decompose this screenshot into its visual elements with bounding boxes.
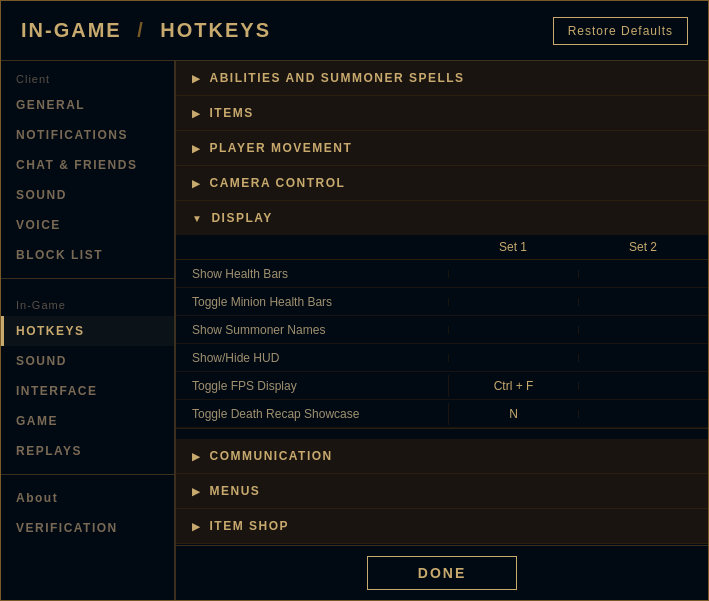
sidebar-item-general[interactable]: GENERAL — [1, 90, 174, 120]
content-area: ▶ ABILITIES AND SUMMONER SPELLS ▶ ITEMS … — [176, 61, 708, 600]
hotkey-cell-set1[interactable]: Ctrl + F — [448, 375, 578, 397]
hotkey-cell-set1[interactable] — [448, 298, 578, 306]
main-layout: Client GENERAL NOTIFICATIONS CHAT & FRIE… — [1, 61, 708, 600]
ingame-section-label: In-Game — [1, 287, 174, 316]
accordion-item-shop-label: ITEM SHOP — [210, 519, 290, 533]
sidebar: Client GENERAL NOTIFICATIONS CHAT & FRIE… — [1, 61, 176, 600]
table-row: Toggle Minion Health Bars — [176, 288, 708, 316]
chevron-right-icon-movement: ▶ — [192, 143, 202, 154]
hotkey-row-name: Toggle FPS Display — [176, 373, 448, 399]
accordion-display-label: DISPLAY — [211, 211, 272, 225]
sidebar-item-verification[interactable]: VERIFICATION — [1, 513, 174, 543]
chevron-right-icon-menus: ▶ — [192, 486, 202, 497]
table-row: Show Summoner Names — [176, 316, 708, 344]
hotkey-table-header: Set 1 Set 2 — [176, 235, 708, 260]
hotkey-cell-set2[interactable] — [578, 410, 708, 418]
accordion-player-movement-header[interactable]: ▶ PLAYER MOVEMENT — [176, 131, 708, 165]
chevron-right-icon-shop: ▶ — [192, 521, 202, 532]
hotkey-set2-header: Set 2 — [578, 240, 708, 254]
accordion-items-header[interactable]: ▶ ITEMS — [176, 96, 708, 130]
table-row: Toggle Death Recap Showcase N — [176, 400, 708, 428]
hotkey-cell-set2[interactable] — [578, 354, 708, 362]
accordion-camera-control[interactable]: ▶ CAMERA CONTROL — [176, 166, 708, 201]
spacer — [176, 429, 708, 439]
table-row: Show/Hide HUD — [176, 344, 708, 372]
sidebar-item-chat-friends[interactable]: CHAT & FRIENDS — [1, 150, 174, 180]
hotkey-set1-header: Set 1 — [448, 240, 578, 254]
chevron-down-icon-display: ▼ — [192, 213, 203, 224]
accordion-abilities-label: ABILITIES AND SUMMONER SPELLS — [210, 71, 465, 85]
hotkey-row-name: Show/Hide HUD — [176, 345, 448, 371]
accordion-camera-control-header[interactable]: ▶ CAMERA CONTROL — [176, 166, 708, 200]
hotkey-cell-set1[interactable] — [448, 354, 578, 362]
hotkey-cell-set2[interactable] — [578, 326, 708, 334]
accordion-menus-label: MENUS — [210, 484, 261, 498]
sidebar-item-replays[interactable]: REPLAYS — [1, 436, 174, 466]
hotkey-row-name: Toggle Death Recap Showcase — [176, 401, 448, 427]
title-highlight: HOTKEYS — [160, 19, 271, 41]
content-scroll[interactable]: ▶ ABILITIES AND SUMMONER SPELLS ▶ ITEMS … — [176, 61, 708, 545]
sidebar-divider-2 — [1, 474, 174, 475]
app-frame: IN-GAME / HOTKEYS Restore Defaults Clien… — [0, 0, 709, 601]
accordion-display[interactable]: ▼ DISPLAY Set 1 Set 2 Show Health Bars — [176, 201, 708, 429]
footer: DONE — [176, 545, 708, 600]
accordion-communication[interactable]: ▶ COMMUNICATION — [176, 439, 708, 474]
hotkey-cell-set1[interactable] — [448, 270, 578, 278]
hotkey-cell-set1[interactable]: N — [448, 403, 578, 425]
header: IN-GAME / HOTKEYS Restore Defaults — [1, 1, 708, 61]
accordion-communication-label: COMMUNICATION — [210, 449, 333, 463]
sidebar-item-interface[interactable]: INTERFACE — [1, 376, 174, 406]
accordion-communication-header[interactable]: ▶ COMMUNICATION — [176, 439, 708, 473]
done-button[interactable]: DONE — [367, 556, 517, 590]
accordion-camera-control-label: CAMERA CONTROL — [210, 176, 346, 190]
accordion-menus[interactable]: ▶ MENUS — [176, 474, 708, 509]
title-prefix: IN-GAME — [21, 19, 122, 41]
accordion-player-movement-label: PLAYER MOVEMENT — [210, 141, 353, 155]
accordion-abilities[interactable]: ▶ ABILITIES AND SUMMONER SPELLS — [176, 61, 708, 96]
accordion-player-movement[interactable]: ▶ PLAYER MOVEMENT — [176, 131, 708, 166]
accordion-item-shop[interactable]: ▶ ITEM SHOP — [176, 509, 708, 544]
hotkey-row-name: Show Health Bars — [176, 261, 448, 287]
accordion-display-header[interactable]: ▼ DISPLAY — [176, 201, 708, 235]
sidebar-item-notifications[interactable]: NOTIFICATIONS — [1, 120, 174, 150]
restore-defaults-button[interactable]: Restore Defaults — [553, 17, 688, 45]
chevron-right-icon-camera: ▶ — [192, 178, 202, 189]
accordion-item-shop-header[interactable]: ▶ ITEM SHOP — [176, 509, 708, 543]
hotkey-col-name-label — [176, 240, 448, 254]
sidebar-item-block-list[interactable]: BLOCK LIST — [1, 240, 174, 270]
accordion-abilities-header[interactable]: ▶ ABILITIES AND SUMMONER SPELLS — [176, 61, 708, 95]
sidebar-item-sound-ingame[interactable]: SOUND — [1, 346, 174, 376]
hotkey-cell-set1[interactable] — [448, 326, 578, 334]
hotkey-row-name: Toggle Minion Health Bars — [176, 289, 448, 315]
accordion-items-label: ITEMS — [210, 106, 254, 120]
sidebar-divider-1 — [1, 278, 174, 279]
sidebar-item-voice[interactable]: VOICE — [1, 210, 174, 240]
sidebar-item-game[interactable]: GAME — [1, 406, 174, 436]
client-section-label: Client — [1, 61, 174, 90]
sidebar-item-sound-client[interactable]: SOUND — [1, 180, 174, 210]
accordion-items[interactable]: ▶ ITEMS — [176, 96, 708, 131]
page-title: IN-GAME / HOTKEYS — [21, 19, 271, 42]
chevron-right-icon-items: ▶ — [192, 108, 202, 119]
sidebar-item-about[interactable]: About — [1, 483, 174, 513]
hotkey-row-name: Show Summoner Names — [176, 317, 448, 343]
table-row: Toggle FPS Display Ctrl + F — [176, 372, 708, 400]
table-row: Show Health Bars — [176, 260, 708, 288]
hotkey-cell-set2[interactable] — [578, 270, 708, 278]
hotkey-cell-set2[interactable] — [578, 382, 708, 390]
chevron-right-icon: ▶ — [192, 73, 202, 84]
sidebar-item-hotkeys[interactable]: HOTKEYS — [1, 316, 174, 346]
hotkey-cell-set2[interactable] — [578, 298, 708, 306]
chevron-right-icon-comm: ▶ — [192, 451, 202, 462]
accordion-menus-header[interactable]: ▶ MENUS — [176, 474, 708, 508]
title-slash: / — [137, 19, 145, 41]
